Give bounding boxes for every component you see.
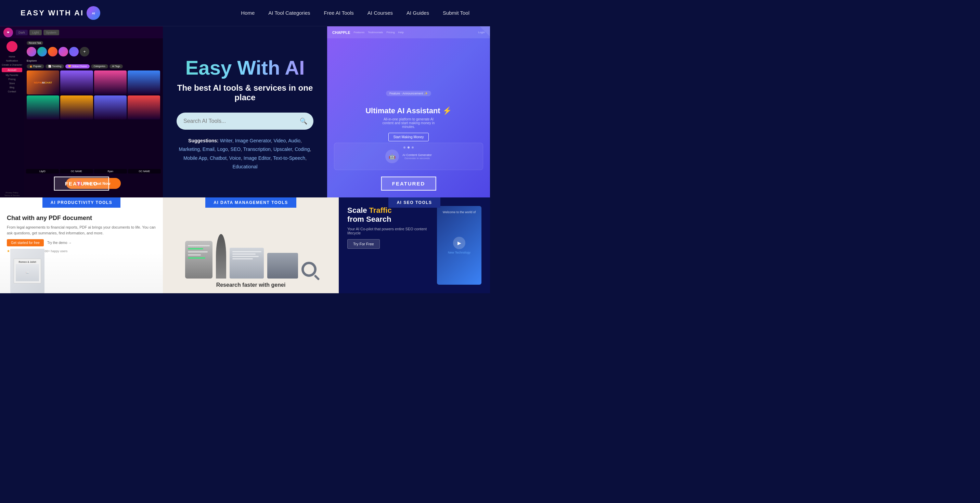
nav-free-tools[interactable]: Free AI Tools [324, 10, 354, 16]
suggestion-upscaler[interactable]: Upscaler [274, 146, 292, 152]
pdf-card: Chat with any PDF document From legal ag… [0, 197, 163, 293]
chapple-subtitle: All-in-one platform to generate AI conte… [378, 117, 439, 129]
chapple-cta[interactable]: Start Making Money [388, 133, 429, 141]
seo-video-text: Welcome to the world of [441, 209, 477, 216]
chapple-sim: CHAPPLE Features Testimonials Pricing He… [327, 26, 490, 197]
seo-card-text: Scale Traffic from Search Your AI Co-pil… [347, 206, 432, 285]
seo-headline-part2: from Search [347, 215, 391, 223]
suggestions-label: Suggestions: [188, 138, 219, 143]
bottom-card-middle: AI DATA MANAGEMENT TOOLS [163, 197, 339, 293]
search-container: 🔍 [177, 113, 313, 130]
suggestion-educational[interactable]: Educational [232, 164, 257, 169]
suggestion-email[interactable]: Email [202, 146, 215, 152]
data-badge: AI DATA MANAGEMENT TOOLS [205, 197, 296, 208]
pdf-screenshot-area: Romeo & Juliet 📖 [0, 252, 163, 293]
suggestion-logo[interactable]: Logo [217, 146, 228, 152]
suggestion-coding[interactable]: Coding [294, 146, 310, 152]
logo[interactable]: EASY WITH AI AI [21, 6, 100, 20]
new-tech-text: New Technology [448, 251, 471, 254]
seo-try-button[interactable]: Try For Free [347, 239, 380, 249]
suggestion-writer[interactable]: Writer [220, 138, 232, 143]
bottom-card-right: AI SEO TOOLS Scale Traffic from Search Y… [339, 197, 490, 293]
nav-categories[interactable]: AI Tool Categories [268, 10, 310, 16]
hero-subtitle: The best AI tools & services in one plac… [177, 83, 313, 102]
featured-badge-right[interactable]: FEATURED [381, 177, 436, 191]
hero-title: Easy With AI [177, 56, 313, 79]
featured-card-right: CHAPPLE Features Testimonials Pricing He… [327, 26, 490, 197]
book-mockup: Romeo & Juliet 📖 [10, 249, 45, 293]
suggestions: Suggestions: Writer, Image Generator, Vi… [177, 137, 313, 171]
data-card: Research faster with genei [163, 197, 339, 293]
seo-badge-wrap: AI SEO TOOLS [339, 197, 490, 208]
nav-courses[interactable]: AI Courses [368, 10, 393, 16]
seo-headline: Scale Traffic from Search [347, 206, 432, 224]
pdf-cta-secondary[interactable]: Try the demo → [47, 241, 72, 245]
search-input[interactable] [177, 113, 313, 130]
nsfw-sim: ❤ Dark Light System Home Notification Cr… [0, 26, 163, 197]
hero-section: Easy With AI The best AI tools & service… [163, 26, 327, 197]
data-visual [189, 234, 312, 279]
featured-badge-left[interactable]: FEATURED [54, 177, 109, 191]
suggestion-transcription[interactable]: Transcription [243, 146, 270, 152]
suggestion-voice[interactable]: Voice [229, 155, 241, 161]
bottom-card-left: AI PRODUCTIVITY TOOLS Chat with any PDF … [0, 197, 163, 293]
pdf-cta: Get started for free Try the demo → [7, 239, 156, 247]
logo-icon: AI [87, 6, 100, 20]
featured-card-left: ❤ Dark Light System Home Notification Cr… [0, 26, 163, 197]
nav-home[interactable]: Home [241, 10, 255, 16]
svg-text:AI: AI [92, 12, 95, 15]
seo-badge: AI SEO TOOLS [388, 197, 440, 208]
suggestion-mobile[interactable]: Mobile App [183, 155, 207, 161]
play-button[interactable]: ▶ [453, 237, 465, 249]
suggestion-video[interactable]: Video [274, 138, 286, 143]
seo-sub: Your AI Co-pilot that powers entire SEO … [347, 227, 432, 235]
navbar: EASY WITH AI AI Home AI Tool Categories … [0, 0, 490, 26]
suggestion-marketing[interactable]: Marketing [179, 146, 200, 152]
suggestion-chatbot[interactable]: Chatbot [210, 155, 226, 161]
main-content: ❤ Dark Light System Home Notification Cr… [0, 26, 490, 293]
nav-submit[interactable]: Submit Tool [443, 10, 469, 16]
search-icon[interactable]: 🔍 [300, 117, 307, 125]
suggestion-image-editor[interactable]: Image Editor [243, 155, 270, 161]
nav-links: Home AI Tool Categories Free AI Tools AI… [241, 10, 469, 16]
suggestion-seo[interactable]: SEO [231, 146, 241, 152]
nav-guides[interactable]: AI Guides [407, 10, 429, 16]
suggestion-tts[interactable]: Text-to-Speech [273, 155, 305, 161]
pdf-title: Chat with any PDF document [7, 215, 156, 222]
chapple-title: Ultimate AI Assistant ⚡ [366, 107, 452, 115]
seo-video-thumbnail[interactable]: Welcome to the world of ▶ New Technology [437, 206, 482, 285]
productivity-badge-wrap: AI PRODUCTIVITY TOOLS [0, 197, 163, 208]
suggestion-audio[interactable]: Audio [288, 138, 301, 143]
logo-text: EASY WITH AI [21, 8, 84, 18]
seo-card: Scale Traffic from Search Your AI Co-pil… [339, 197, 490, 293]
pdf-desc: From legal agreements to financial repor… [7, 224, 156, 236]
data-badge-wrap: AI DATA MANAGEMENT TOOLS [163, 197, 339, 208]
chapple-logo: CHAPPLE [332, 30, 350, 35]
suggestion-image-gen[interactable]: Image Generator [235, 138, 271, 143]
pdf-cta-primary[interactable]: Get started for free [7, 239, 44, 247]
productivity-badge: AI PRODUCTIVITY TOOLS [43, 197, 121, 208]
data-card-title: Research faster with genei [216, 282, 286, 288]
chapple-nav: CHAPPLE Features Testimonials Pricing He… [327, 26, 490, 38]
